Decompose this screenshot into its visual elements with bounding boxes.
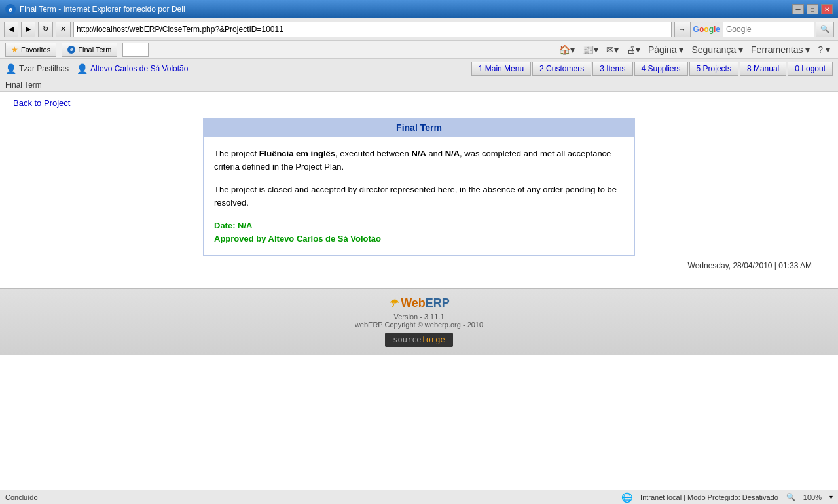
username: Tzar Pastilhas — [19, 64, 69, 73]
sourceforge-badge: sourceforge — [385, 333, 452, 347]
content-area: Back to Project Final Term The project F… — [0, 92, 838, 288]
nav-items[interactable]: 3 Items — [592, 62, 632, 76]
nav-customers[interactable]: 2 Customers — [532, 62, 591, 76]
favorites-button[interactable]: ★ Favoritos — [5, 43, 56, 57]
user-icon: 👤 — [5, 63, 16, 74]
back-button[interactable]: ◀ — [4, 22, 18, 37]
sf-source: source — [393, 335, 421, 344]
print-toolbar-button[interactable]: 🖨▾ — [624, 43, 643, 56]
home-toolbar-button[interactable]: 🏠▾ — [556, 43, 577, 56]
footer: ☂ WebERP Version - 3.11.1 webERP Copyrig… — [0, 288, 838, 355]
linked-user-link[interactable]: Altevo Carlos de Sá Volotão — [90, 64, 188, 73]
final-term-body: The project Fluência em inglês, executed… — [203, 137, 635, 256]
address-input[interactable] — [73, 22, 672, 37]
go-button[interactable]: → — [674, 22, 691, 37]
tab-label: Final Term — [78, 46, 111, 54]
nav-manual[interactable]: 8 Manual — [740, 62, 786, 76]
favorites-label: Favoritos — [21, 46, 50, 54]
closed-text: The project is closed and accepted by di… — [214, 183, 624, 209]
nav-projects[interactable]: 5 Projects — [689, 62, 738, 76]
footer-web: Web — [401, 297, 426, 310]
footer-erp: ERP — [426, 297, 450, 310]
project-name: Fluência em inglês — [259, 149, 335, 158]
footer-version: Version - 3.11.1 — [8, 313, 830, 321]
final-term-box: Final Term The project Fluência em inglê… — [203, 118, 635, 256]
security-toolbar-button[interactable]: Segurança ▾ — [689, 43, 746, 56]
na2: N/A — [445, 149, 460, 158]
user-info: 👤 Tzar Pastilhas 👤 Altevo Carlos de Sá V… — [5, 63, 188, 74]
approved-line: Approved by Altevo Carlos de Sá Volotão — [214, 232, 624, 245]
footer-logo: ☂ WebERP — [8, 297, 830, 310]
footer-copyright: webERP Copyright © weberp.org - 2010 — [8, 321, 830, 329]
nav-logout[interactable]: 0 Logout — [788, 62, 833, 76]
star-icon: ★ — [11, 45, 18, 54]
subtitle-text: Final Term — [5, 81, 42, 90]
nav-menu: 1 Main Menu 2 Customers 3 Items 4 Suppli… — [471, 62, 833, 76]
nav-suppliers[interactable]: 4 Suppliers — [634, 62, 688, 76]
help-toolbar-button[interactable]: ? ▾ — [815, 43, 833, 56]
page-subtitle: Final Term — [0, 79, 838, 92]
tab-final-term[interactable]: e Final Term — [62, 43, 117, 57]
address-bar: ◀ ▶ ↻ ✕ → Google 🔍 — [0, 18, 838, 41]
tools-toolbar-button[interactable]: Ferramentas ▾ — [748, 43, 812, 56]
stop-button[interactable]: ✕ — [56, 22, 71, 37]
window-title: Final Term - Internet Explorer fornecido… — [20, 5, 185, 14]
minimize-button[interactable]: ─ — [792, 4, 804, 14]
feeds-toolbar-button[interactable]: 📰▾ — [580, 43, 601, 56]
close-button[interactable]: ✕ — [821, 4, 833, 14]
favorites-bar: ★ Favoritos e Final Term 🏠▾ 📰▾ ✉▾ 🖨▾ Pág… — [0, 41, 838, 59]
na1: N/A — [411, 149, 426, 158]
project-description: The project Fluência em inglês, executed… — [214, 147, 624, 173]
sf-forge: forge — [422, 335, 445, 344]
ie-icon: e — [5, 4, 16, 14]
app-header: 👤 Tzar Pastilhas 👤 Altevo Carlos de Sá V… — [0, 59, 838, 79]
tab-input[interactable] — [122, 43, 149, 57]
back-to-project-link[interactable]: Back to Project — [13, 98, 70, 108]
timestamp: Wednesday, 28/04/2010 | 01:33 AM — [13, 256, 825, 276]
forward-button[interactable]: ▶ — [21, 22, 35, 37]
google-search-input[interactable] — [723, 22, 814, 37]
final-term-header: Final Term — [203, 118, 635, 137]
google-logo: Google — [693, 25, 720, 34]
tab-icon: e — [67, 46, 75, 54]
refresh-button[interactable]: ↻ — [38, 22, 53, 37]
page-toolbar-button[interactable]: Página ▾ — [646, 43, 686, 56]
date-line: Date: N/A — [214, 219, 624, 232]
maximize-button[interactable]: □ — [807, 4, 818, 14]
google-search-button[interactable]: 🔍 — [816, 22, 834, 37]
linked-user-icon: 👤 — [77, 63, 88, 74]
project-label: The project — [214, 149, 257, 158]
email-toolbar-button[interactable]: ✉▾ — [604, 43, 621, 56]
nav-main-menu[interactable]: 1 Main Menu — [471, 62, 531, 76]
title-bar: e Final Term - Internet Explorer forneci… — [0, 0, 838, 18]
